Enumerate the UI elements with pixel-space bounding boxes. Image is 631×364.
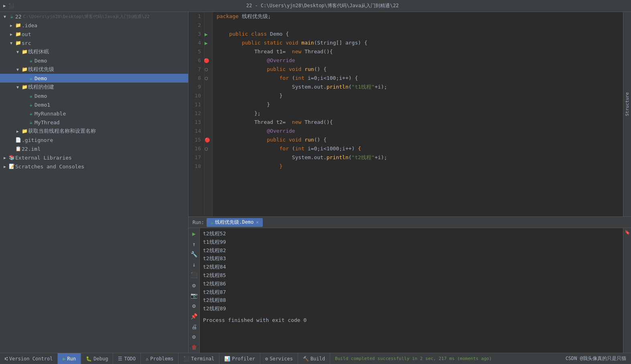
expand-extlibs[interactable]: ▶ xyxy=(2,156,8,160)
status-tab-run[interactable]: ▶ Run xyxy=(58,353,81,364)
output-line-3: t2线程83 xyxy=(203,255,620,263)
java-icon-mythread: ☕ xyxy=(27,119,34,125)
code-line-18: } xyxy=(217,162,619,171)
code-line-12: }; xyxy=(217,109,619,118)
project-icon: ☕ xyxy=(8,14,15,19)
code-line-1: package 线程优先级; xyxy=(217,12,619,21)
huoqu-label: 获取当前线程名称和设置名称 xyxy=(28,127,96,135)
run-panel: Run: ☕ 线程优先级.Demo ✕ ▶ ↑ 🔧 ↓ ⬛ xyxy=(189,216,631,353)
tree-item-demo1[interactable]: ☕ Demo1 xyxy=(0,100,188,109)
tree-item-gitignore[interactable]: 📄 .gitignore xyxy=(0,135,188,144)
app-container: ▶ ⬛ 22 - C:\Users\yjn28\Desktop\博客代码\Jav… xyxy=(0,0,631,364)
code-line-2 xyxy=(217,21,619,30)
iml-label: 22.iml xyxy=(22,146,41,152)
code-line-14: @Override xyxy=(217,127,619,135)
out-folder-icon: 📁 xyxy=(14,31,22,37)
scroll-down-button[interactable]: ↓ xyxy=(190,261,199,269)
expand-arrow-src[interactable]: ▼ xyxy=(8,41,14,45)
tree-item-src[interactable]: ▼ 📁 src xyxy=(0,38,188,47)
project-sidebar: ▼ ☕ 22 C:\Users\yjn28\Desktop\博客代码\Java从… xyxy=(0,12,189,353)
print-button[interactable]: 🖨 xyxy=(190,323,199,331)
tree-item-demo-selected[interactable]: ☕ Demo xyxy=(0,74,188,83)
run-tab-label: 线程优先级.Demo xyxy=(215,219,254,226)
run-toolbar: ▶ ↑ 🔧 ↓ ⬛ ⚙ 📷 ⚙ 📌 🖨 ⚙ 🗑 xyxy=(189,228,200,353)
xiuxi-folder-icon: 📁 xyxy=(21,49,28,55)
status-tab-version-control[interactable]: ⑆ Version Control xyxy=(0,353,58,364)
delete-button[interactable]: 🗑 xyxy=(190,343,199,351)
tree-item-root[interactable]: ▼ ☕ 22 C:\Users\yjn28\Desktop\博客代码\Java从… xyxy=(0,12,188,21)
expand-xianjie[interactable]: ▼ xyxy=(14,67,21,72)
java-icon-myrunnable: ☕ xyxy=(27,111,34,116)
tree-item-idea[interactable]: ▶ 📁 .idea xyxy=(0,21,188,30)
tree-item-demo-cj[interactable]: ☕ Demo xyxy=(0,91,188,100)
gutter: ▶ ▶ 🔴 ⬡ ⬡ xyxy=(205,12,213,216)
stop-button[interactable]: ⬛ xyxy=(190,271,199,279)
expand-arrow[interactable]: ▼ xyxy=(2,14,8,19)
wrench-button[interactable]: 🔧 xyxy=(190,251,199,259)
bp-marker-15: 🔴 xyxy=(205,138,210,143)
arrow-8: ⬡ xyxy=(205,76,208,81)
run-tab-status-label: Run xyxy=(67,356,76,362)
version-control-label: Version Control xyxy=(9,356,53,362)
line-numbers: 1 2 3 4 5 6 7 8 9 10 11 12 13 14 15 16 1 xyxy=(189,12,205,216)
out-label: out xyxy=(22,31,31,37)
status-tab-services[interactable]: ⚙ Services xyxy=(260,353,298,364)
output-line-prev: t2线程52 xyxy=(203,230,620,238)
pin-button[interactable]: 📌 xyxy=(190,312,199,320)
tree-item-demo-xiuxi[interactable]: ☕ Demo xyxy=(0,56,188,65)
status-tab-terminal[interactable]: ⬛ Terminal xyxy=(179,353,219,364)
build-label: Build xyxy=(310,356,325,362)
format-button[interactable]: ⚙ xyxy=(190,281,199,289)
tree-item-extlibs[interactable]: ▶ 📚 External Libraries xyxy=(0,153,188,162)
run-tab-active[interactable]: ☕ 线程优先级.Demo ✕ xyxy=(207,218,263,227)
tree-item-chuangjian[interactable]: ▼ 📁 线程的创建 xyxy=(0,83,188,91)
mythread-label: MyThread xyxy=(34,119,60,125)
status-tab-todo[interactable]: ☰ TODO xyxy=(113,353,141,364)
status-tab-build[interactable]: 🔨 Build xyxy=(298,353,330,364)
code-line-9: System.out.println("t1线程"+i); xyxy=(217,83,619,91)
settings2-button[interactable]: ⚙ xyxy=(190,333,199,341)
expand-scratches[interactable]: ▶ xyxy=(2,164,8,169)
demo1-label: Demo1 xyxy=(34,102,50,108)
src-label: src xyxy=(22,40,31,46)
tree-item-huoqu[interactable]: ▶ 📁 获取当前线程名称和设置名称 xyxy=(0,127,188,135)
todo-icon: ☰ xyxy=(118,356,122,362)
run-tab-bar: Run: ☕ 线程优先级.Demo ✕ xyxy=(189,217,631,228)
run-tab-close[interactable]: ✕ xyxy=(256,220,259,225)
bp-marker-6: 🔴 xyxy=(204,58,209,63)
tree-label: 22 xyxy=(15,14,22,20)
expand-xiuxi[interactable]: ▼ xyxy=(14,50,21,54)
debug-label: Debug xyxy=(93,356,108,362)
settings-button[interactable]: ⚙ xyxy=(190,302,199,310)
tree-item-out[interactable]: ▶ 📁 out xyxy=(0,30,188,38)
expand-chuangjian[interactable]: ▼ xyxy=(14,85,21,89)
output-line-4: t2线程84 xyxy=(203,263,620,271)
tree-item-xianchengxiuxi[interactable]: ▼ 📁 线程休眠 xyxy=(0,47,188,56)
debug-icon: 🐛 xyxy=(86,356,92,362)
gitignore-icon: 📄 xyxy=(14,137,22,143)
java-icon-demo-selected: ☕ xyxy=(27,75,34,81)
structure-label[interactable]: Structure xyxy=(625,92,630,116)
tree-item-scratches[interactable]: ▶ 📝 Scratches and Consoles xyxy=(0,162,188,171)
code-content[interactable]: package 线程优先级; public class Demo { publi… xyxy=(213,12,623,216)
status-tab-debug[interactable]: 🐛 Debug xyxy=(81,353,113,364)
scroll-up-button[interactable]: ↑ xyxy=(190,240,199,248)
bookmarks-icon[interactable]: 🔖 xyxy=(625,230,630,235)
expand-huoqu[interactable]: ▶ xyxy=(14,129,21,133)
iml-icon: 📋 xyxy=(14,146,22,152)
watermark-text: CSDN @我头像真的只是只猫 xyxy=(561,355,631,362)
run-button[interactable]: ▶ xyxy=(190,230,199,238)
status-tab-problems[interactable]: ⚠ Problems xyxy=(141,353,179,364)
tree-item-myrunnable[interactable]: ☕ MyRunnable xyxy=(0,109,188,118)
camera-button[interactable]: 📷 xyxy=(190,292,199,300)
title-bar-text: 22 - C:\Users\yjn28\Desktop\博客代码\Java从入门… xyxy=(17,2,628,9)
tree-item-xianjie[interactable]: ▼ 📁 线程优先级 xyxy=(0,65,188,74)
arrow-16: ⬡ xyxy=(205,147,208,151)
tree-item-iml[interactable]: 📋 22.iml xyxy=(0,144,188,153)
tree-item-mythread[interactable]: ☕ MyThread xyxy=(0,118,188,127)
expand-arrow-idea[interactable]: ▶ xyxy=(8,23,14,28)
status-tabs: ⑆ Version Control ▶ Run 🐛 Debug ☰ TODO ⚠… xyxy=(0,353,330,364)
java-icon-demo-xiuxi: ☕ xyxy=(27,58,34,63)
expand-arrow-out[interactable]: ▶ xyxy=(8,32,14,36)
status-tab-profiler[interactable]: 📊 Profiler xyxy=(219,353,260,364)
